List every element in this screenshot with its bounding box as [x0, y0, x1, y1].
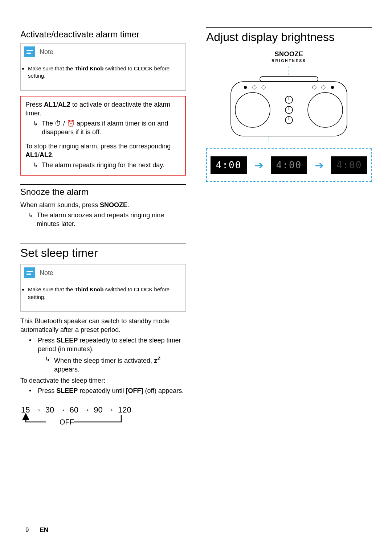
page-number: 9 [25, 526, 29, 534]
speaker-illustration [213, 66, 365, 143]
note-icon [24, 46, 35, 57]
brightness-knob-icon [285, 96, 293, 124]
note-text: Make sure that the Third Knob switched t… [28, 286, 180, 301]
note-box-1: Note Make sure that the Third Knob switc… [20, 43, 186, 91]
result-arrow-icon: ↳ [33, 119, 38, 137]
note-text: Make sure that the Third Knob switched t… [28, 65, 180, 80]
sleep-cycle-diagram: 15 → 30 → 60 → 90 → 120 OFF [20, 405, 186, 430]
lcd-medium: 4:00 [271, 156, 307, 174]
note-label: Note [40, 48, 53, 56]
bullet-icon: • [29, 386, 31, 395]
svg-point-4 [253, 86, 256, 89]
stop-alarm-line: To stop the ringing alarm, press the cor… [25, 142, 181, 160]
deactivate-title: To deactivate the sleep timer: [20, 376, 186, 385]
svg-point-3 [244, 86, 247, 89]
lcd-dim: 4:00 [331, 156, 367, 174]
result-text-1: The ⏱ / ⏰ appears if alarm timer is on a… [42, 119, 181, 137]
sleep-bullet-1-result: When the sleep timer is activated, zZ ap… [54, 355, 186, 374]
snooze-result: The alarm snoozes and repeats ringing ni… [37, 211, 186, 229]
sleep-intro: This Bluetooth speaker can switch to sta… [20, 317, 186, 335]
arrow-right-icon: ➔ [315, 159, 324, 172]
result-arrow-icon: ↳ [45, 355, 50, 374]
result-arrow-icon: ↳ [33, 161, 38, 169]
sleep-bullet-2: Press SLEEP repeatedly until [OFF] (off)… [38, 386, 184, 395]
snooze-heading: Snooze the alarm [20, 187, 186, 197]
svg-point-6 [313, 86, 316, 89]
svg-point-10 [308, 93, 343, 127]
sleep-timer-heading: Set sleep timer [20, 246, 186, 260]
press-al-line: Press AL1/AL2 to activate or deactivate … [25, 100, 181, 118]
sleep-bullet-1: Press SLEEP repeatedly to select the sle… [38, 336, 186, 354]
svg-rect-1 [260, 77, 318, 82]
brightness-levels-box: 4:00 ➔ 4:00 ➔ 4:00 [206, 148, 372, 182]
brightness-heading: Adjust display brightness [206, 30, 372, 44]
svg-point-5 [262, 86, 265, 89]
brightness-figure: SNOOZE BRIGHTNESS [206, 50, 372, 182]
note-box-2: Note Make sure that the Third Knob switc… [20, 264, 186, 312]
highlighted-instruction-box: Press AL1/AL2 to activate or deactivate … [20, 96, 186, 176]
svg-point-8 [331, 86, 334, 89]
bullet-icon: • [29, 336, 31, 354]
result-text-2: The alarm repeats ringing for the next d… [42, 161, 164, 169]
page-footer: 9 EN [25, 526, 48, 534]
arrow-right-icon: ➔ [254, 159, 264, 172]
lcd-bright: 4:00 [211, 156, 247, 174]
language-code: EN [40, 526, 48, 534]
brightness-text-label: BRIGHTNESS [206, 59, 372, 63]
off-text: OFF [60, 418, 74, 426]
svg-point-7 [322, 86, 325, 89]
note-label: Note [40, 269, 53, 277]
snooze-button-label: SNOOZE [206, 50, 372, 58]
note-icon [24, 267, 35, 278]
svg-point-9 [235, 93, 270, 127]
result-arrow-icon: ↳ [28, 211, 33, 229]
activate-alarm-heading: Activate/deactivate alarm timer [20, 29, 186, 40]
snooze-line: When alarm sounds, press SNOOZE. [20, 201, 186, 209]
